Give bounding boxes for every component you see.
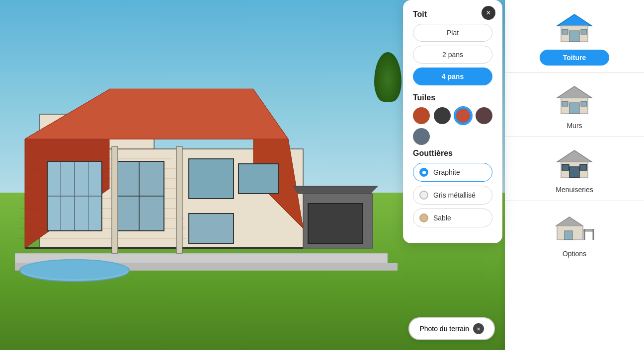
svg-rect-63 (584, 229, 585, 240)
toit-plat-button[interactable]: Plat (413, 24, 492, 42)
murs-icon (552, 84, 597, 119)
svg-marker-59 (556, 217, 583, 226)
svg-rect-64 (593, 229, 594, 240)
toit-title: Toit (413, 10, 492, 19)
sidebar-item-menuiseries[interactable]: Menuiseries (530, 144, 619, 198)
svg-rect-28 (47, 161, 102, 231)
sidebar-item-murs[interactable]: Murs (530, 80, 619, 134)
svg-rect-53 (581, 101, 587, 106)
svg-rect-61 (564, 231, 572, 240)
popup-close-button[interactable]: × (482, 6, 495, 20)
color-terracotta[interactable] (413, 107, 430, 124)
svg-rect-58 (580, 164, 587, 170)
toit-section: Toit Plat 2 pans 4 pans (413, 10, 492, 89)
svg-rect-34 (239, 164, 278, 194)
svg-marker-20 (293, 186, 378, 194)
svg-rect-35 (308, 204, 363, 243)
gouttieres-title: Gouttières (413, 149, 492, 158)
svg-rect-33 (189, 213, 234, 243)
toiture-button[interactable]: Toiture (540, 50, 609, 66)
gouttieres-gris-label: Gris métallisé (433, 191, 476, 199)
color-slate-blue[interactable] (413, 128, 430, 145)
svg-rect-57 (562, 164, 569, 170)
radio-dot-sable (419, 213, 428, 222)
toit-2pans-button[interactable]: 2 pans (413, 46, 492, 64)
tuiles-section: Tuiles (413, 93, 492, 145)
tuiles-color-row (413, 107, 492, 124)
radio-dot-gris (419, 191, 428, 200)
right-panel: Toiture Murs Menuiseries (505, 0, 644, 350)
svg-rect-42 (112, 146, 118, 253)
divider-3 (505, 201, 644, 201)
gouttieres-section: Gouttières Graphite Gris métallisé Sable (413, 149, 492, 227)
svg-marker-54 (557, 150, 592, 162)
photo-terrain-bar: Photo du terrain × (408, 317, 495, 340)
color-dark-gray[interactable] (434, 107, 451, 124)
svg-point-39 (21, 259, 128, 279)
svg-rect-43 (176, 146, 182, 253)
gouttieres-gris-option[interactable]: Gris métallisé (413, 186, 492, 205)
svg-rect-56 (569, 167, 579, 178)
menuiseries-icon (552, 148, 597, 183)
svg-rect-51 (569, 103, 579, 114)
svg-rect-48 (581, 29, 587, 34)
svg-rect-62 (584, 229, 594, 231)
divider-2 (505, 137, 644, 137)
toit-4pans-button[interactable]: 4 pans (413, 68, 492, 85)
color-dark-brown[interactable] (476, 107, 492, 124)
photo-terrain-close-button[interactable]: × (473, 323, 484, 334)
options-popup: × Toit Plat 2 pans 4 pans Tuiles Gouttiè… (403, 0, 502, 243)
photo-terrain-label: Photo du terrain (419, 325, 469, 333)
toiture-icon (552, 12, 597, 47)
gouttieres-graphite-label: Graphite (433, 168, 460, 176)
options-icon (552, 212, 597, 247)
radio-dot-graphite (419, 168, 428, 177)
color-rust-red[interactable] (455, 107, 472, 124)
svg-rect-32 (189, 159, 234, 199)
options-label: Options (563, 250, 586, 258)
tuiles-title: Tuiles (413, 93, 492, 102)
svg-marker-49 (557, 86, 592, 98)
menuiseries-label: Menuiseries (556, 186, 593, 194)
gouttieres-graphite-option[interactable]: Graphite (413, 163, 492, 182)
svg-rect-52 (562, 101, 568, 106)
murs-label: Murs (566, 122, 582, 130)
tuiles-color-row-2 (413, 128, 492, 145)
gouttieres-sable-option[interactable]: Sable (413, 209, 492, 227)
sidebar-item-toiture[interactable]: Toiture (530, 8, 619, 70)
svg-marker-44 (557, 14, 592, 26)
sidebar-item-options[interactable]: Options (530, 208, 619, 262)
svg-rect-47 (562, 29, 568, 34)
gouttieres-sable-label: Sable (433, 214, 451, 222)
house-3d (15, 40, 398, 288)
svg-rect-46 (569, 31, 579, 42)
house-svg (15, 40, 398, 288)
divider-1 (505, 72, 644, 73)
